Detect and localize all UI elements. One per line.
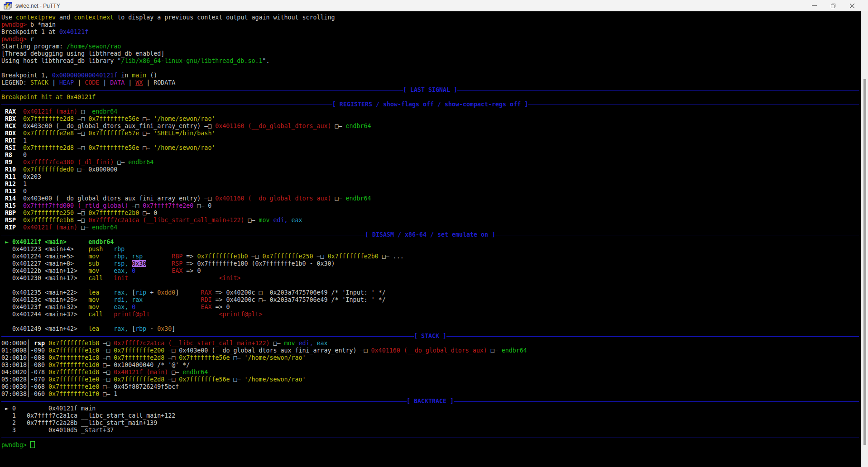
terminal-line: R13 0: [1, 188, 861, 195]
terminal-line: 05:0028│-070 0x7fffffffe1e0 —□ 0x7ffffff…: [1, 376, 861, 383]
terminal-line: 1 0x7ffff7c2a1ca __libc_start_call_main+…: [1, 412, 861, 419]
context-separator-label: [ REGISTERS / show-flags off / show-comp…: [332, 101, 528, 108]
terminal-line: 07:0038│-060 0x7fffffffe1f0 □— 1: [1, 391, 861, 398]
terminal-line: R15 0x7ffff7ffd000 (_rtld_global) —□ 0x7…: [1, 202, 861, 210]
context-separator: [ DISASM / x86-64 / set emulate on ]: [1, 231, 859, 238]
terminal-line: 0x40123f <main+32> mov eax, 0 EAX => 0: [1, 304, 861, 311]
scrollbar-thumb[interactable]: [863, 79, 866, 445]
terminal-line: ► 0 0x40121f main: [1, 405, 861, 412]
terminal-line: R11 0x203: [1, 173, 861, 181]
terminal-line: Use contextprev and contextnext to displ…: [1, 14, 861, 21]
terminal-line: pwndbg> r: [1, 36, 861, 43]
restore-button[interactable]: [824, 0, 843, 11]
close-button[interactable]: [843, 0, 862, 11]
terminal-line: 02:0010│-088 0x7fffffffe1c8 —□ 0x7ffffff…: [1, 354, 861, 362]
minimize-icon: [812, 5, 817, 6]
terminal-line: pwndbg> b *main: [1, 21, 861, 29]
terminal-line: LEGEND: STACK | HEAP | CODE | DATA | WX …: [1, 79, 861, 86]
window-title: swlee.net - PuTTY: [15, 3, 805, 9]
terminal-line: pwndbg>: [1, 441, 861, 448]
terminal-line: R9 0x7ffff7fca380 (_dl_fini) □— endbr64: [1, 159, 861, 166]
terminal-line: Breakpoint hit at 0x40121f: [1, 94, 861, 101]
terminal-line: RIP 0x40121f (main) □— endbr64: [1, 224, 861, 231]
terminal-output: Use contextprev and contextnext to displ…: [1, 14, 861, 448]
context-separator-label: [ STACK ]: [414, 333, 446, 340]
terminal-line: [1, 282, 861, 289]
terminal-line: 0x401223 <main+4> push rbp: [1, 246, 861, 253]
terminal-line: [Thread debugging using libthread_db ena…: [1, 50, 861, 57]
terminal-line: 3 0x4010d5 _start+37: [1, 427, 861, 434]
terminal-line: RDI 1: [1, 137, 861, 144]
terminal-line: 0x40122b <main+12> mov eax, 0 EAX => 0: [1, 267, 861, 275]
terminal-line: 0x401235 <main+22> lea rax, [rip + 0xdd0…: [1, 289, 861, 296]
terminal-line: RSI 0x7fffffffe2d8 —□ 0x7fffffffe56e □— …: [1, 144, 861, 152]
terminal-line: RCX 0x403e00 (__do_global_dtors_aux_fini…: [1, 123, 861, 130]
context-separator: [ REGISTERS / show-flags off / show-comp…: [1, 101, 859, 108]
terminal-line: 0x401227 <main+8> sub rsp, 0x30 RSP => 0…: [1, 260, 861, 267]
terminal-line: 0x40123c <main+29> mov rdi, rax RDI => 0…: [1, 296, 861, 304]
terminal-cursor: [30, 441, 35, 448]
terminal-line: 06:0030│-068 0x7fffffffe1e8 □— 0x45f8872…: [1, 383, 861, 391]
terminal-line: 0x401224 <main+5> mov rbp, rsp RBP => 0x…: [1, 253, 861, 260]
terminal-line: Using host libthread_db library "/lib/x8…: [1, 57, 861, 65]
terminal-line: 04:0020│-078 0x7fffffffe1d8 —□ 0x40121f …: [1, 369, 861, 376]
minimize-button[interactable]: [805, 0, 824, 11]
context-separator-label: [ BACKTRACE ]: [407, 398, 454, 405]
terminal-line: RAX 0x40121f (main) □— endbr64: [1, 108, 861, 115]
terminal[interactable]: Use contextprev and contextnext to displ…: [0, 11, 861, 467]
terminal-line: 01:0008│-090 0x7fffffffe1c0 —□ 0x7ffffff…: [1, 347, 861, 354]
context-separator-label: [ DISASM / x86-64 / set emulate on ]: [365, 231, 495, 238]
terminal-line: Breakpoint 1, 0x000000000040121f in main…: [1, 72, 861, 79]
terminal-line: [1, 318, 861, 325]
terminal-line: Starting program: /home/sewon/rao: [1, 43, 861, 50]
terminal-line: R12 1: [1, 181, 861, 188]
terminal-line: [1, 65, 861, 72]
terminal-line: RDX 0x7fffffffe2e8 —□ 0x7fffffffe57e □— …: [1, 130, 861, 137]
window-controls: [805, 0, 862, 11]
putty-app-icon: [4, 2, 12, 10]
terminal-line: R14 0x403e00 (__do_global_dtors_aux_fini…: [1, 195, 861, 202]
context-separator-label: [ LAST SIGNAL ]: [403, 86, 457, 94]
terminal-line: R8 0: [1, 152, 861, 159]
restore-icon: [830, 3, 836, 9]
terminal-line: 2 0x7ffff7c2a28b __libc_start_main+139: [1, 419, 861, 427]
context-separator: [ LAST SIGNAL ]: [1, 86, 859, 94]
terminal-line: 00:0000│ rsp 0x7fffffffe1b8 —□ 0x7ffff7c…: [1, 340, 861, 347]
context-separator: [ BACKTRACE ]: [1, 398, 859, 405]
terminal-line: RBP 0x7fffffffe250 —□ 0x7fffffffe2b0 □— …: [1, 210, 861, 217]
terminal-line: R10 0x7fffffffded0 □— 0x800000: [1, 166, 861, 173]
terminal-line: RSP 0x7fffffffe1b8 —□ 0x7ffff7c2a1ca (__…: [1, 217, 861, 224]
context-separator: [ STACK ]: [1, 333, 859, 340]
terminal-line: 03:0018│-080 0x7fffffffe1d0 □— 0x1004000…: [1, 362, 861, 369]
terminal-line: 0x401244 <main+37> call printf@plt <prin…: [1, 311, 861, 318]
window-titlebar: swlee.net - PuTTY: [0, 0, 868, 11]
close-icon: [849, 3, 855, 9]
terminal-line: RBX 0x7fffffffe2d8 —□ 0x7fffffffe56e □— …: [1, 115, 861, 123]
terminal-line: 0x401230 <main+17> call init <init>: [1, 275, 861, 282]
context-separator: [1, 434, 859, 441]
scrollbar[interactable]: [861, 11, 868, 467]
terminal-line: Breakpoint 1 at 0x40121f: [1, 29, 861, 36]
terminal-line: ► 0x40121f <main> endbr64: [1, 238, 861, 246]
terminal-line: 0x401249 <main+42> lea rax, [rbp - 0x30]: [1, 325, 861, 333]
